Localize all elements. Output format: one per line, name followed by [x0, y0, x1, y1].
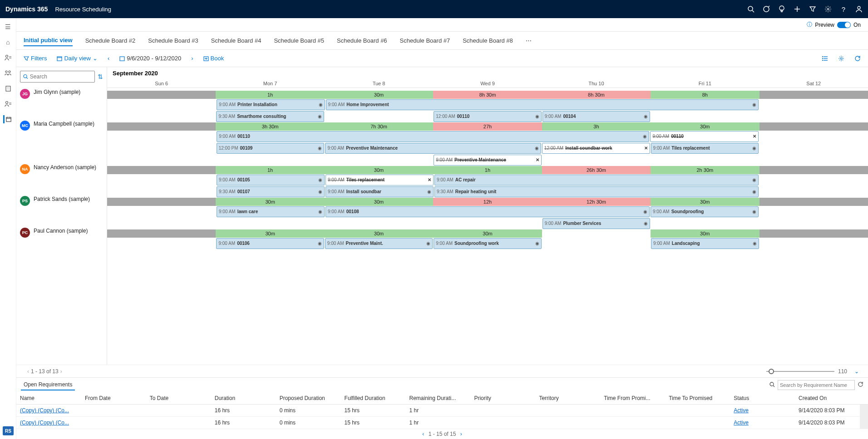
brand-label: Dynamics 365 [5, 5, 48, 13]
lightbulb-icon[interactable] [778, 5, 785, 13]
svg-point-0 [748, 6, 753, 11]
user-icon[interactable] [855, 5, 863, 13]
search-icon[interactable] [747, 5, 755, 13]
target-icon[interactable] [763, 5, 770, 13]
app-header: Dynamics 365 Resource Scheduling ? [0, 0, 868, 18]
gear-icon[interactable] [824, 5, 832, 13]
plus-icon[interactable] [794, 5, 801, 13]
app-subtitle: Resource Scheduling [55, 6, 111, 13]
svg-point-7 [858, 6, 860, 9]
filter-icon[interactable] [809, 5, 816, 13]
svg-point-6 [827, 8, 829, 10]
help-icon[interactable]: ? [840, 5, 847, 13]
svg-line-1 [752, 10, 754, 12]
svg-line-3 [768, 6, 769, 7]
